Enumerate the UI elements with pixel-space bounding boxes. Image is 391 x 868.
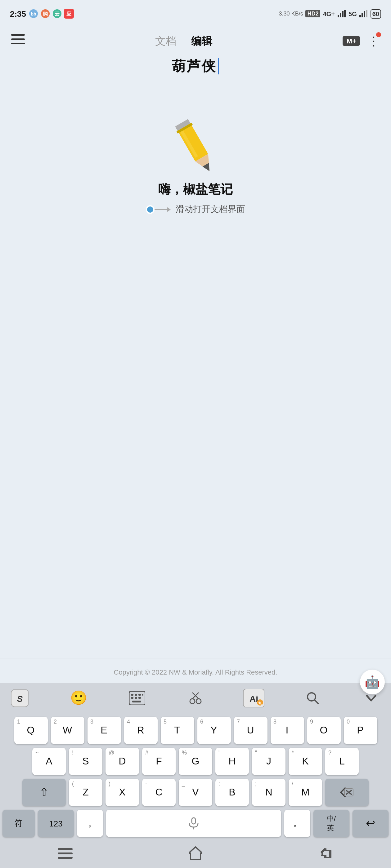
key-h[interactable]: "H: [215, 748, 249, 775]
more-button[interactable]: ⋮: [367, 33, 380, 49]
slide-arrow-icon: [146, 205, 171, 214]
key-v[interactable]: _V: [179, 779, 212, 806]
system-menu-icon: [58, 848, 73, 859]
svg-rect-32: [142, 694, 143, 695]
key-symbol[interactable]: 符: [2, 810, 35, 837]
key-n[interactable]: ;N: [252, 779, 285, 806]
svg-rect-29: [131, 694, 133, 695]
back-button[interactable]: [318, 846, 333, 863]
key-b[interactable]: :B: [215, 779, 249, 806]
svg-rect-14: [364, 11, 365, 18]
menu-button[interactable]: [11, 34, 25, 48]
svg-rect-52: [58, 848, 73, 850]
tab-edit[interactable]: 编辑: [191, 34, 212, 48]
system-menu-button[interactable]: [58, 847, 73, 863]
keyboard-layout-button[interactable]: [124, 687, 149, 709]
md-badge-label: M+: [346, 37, 356, 44]
home-button[interactable]: [189, 845, 202, 864]
tab-document[interactable]: 文档: [155, 34, 176, 48]
app-wrapper: 2:35 bb 购 云 应 3.30 KB/s HD2 4G+ 5G: [0, 0, 391, 868]
key-backspace[interactable]: [325, 779, 369, 806]
hd-badge: HD2: [306, 10, 320, 18]
key-z[interactable]: (Z: [69, 779, 103, 806]
key-k[interactable]: *K: [288, 748, 322, 775]
battery-indicator: 60: [370, 9, 381, 18]
key-o[interactable]: 9O: [307, 717, 340, 744]
svg-point-37: [190, 699, 195, 704]
key-j[interactable]: "J: [252, 748, 285, 775]
back-icon: [318, 846, 333, 860]
slide-dot: [146, 205, 155, 214]
key-g[interactable]: %G: [179, 748, 212, 775]
pencil-illustration: [165, 113, 226, 181]
bottom-nav-bar: [0, 841, 391, 868]
svg-rect-34: [134, 697, 137, 699]
sogou-button[interactable]: S: [7, 687, 32, 709]
app-icon-2: 购: [40, 9, 50, 19]
key-x[interactable]: )X: [106, 779, 139, 806]
key-u[interactable]: 7U: [234, 717, 267, 744]
key-w[interactable]: 2W: [51, 717, 84, 744]
4g-indicator: 4G+: [323, 10, 335, 17]
hamburger-icon: [11, 34, 25, 45]
home-icon: [189, 845, 202, 860]
key-space[interactable]: [106, 810, 281, 837]
key-q[interactable]: 1Q: [14, 717, 48, 744]
svg-rect-18: [11, 42, 25, 44]
key-a[interactable]: ~A: [32, 748, 66, 775]
keyboard-toolbar: 🤖 S 🙂: [0, 683, 391, 713]
ai-button[interactable]: Ai ✎: [242, 687, 267, 709]
svg-rect-54: [58, 857, 73, 858]
key-123[interactable]: 123: [38, 810, 74, 837]
key-period[interactable]: 。: [284, 810, 310, 837]
content-spacer: [0, 227, 391, 658]
key-t[interactable]: 5T: [161, 717, 194, 744]
illustration-area: 嗨，椒盐笔记 滑动打开文档界面: [0, 94, 391, 227]
svg-text:购: 购: [43, 11, 48, 17]
svg-rect-19: [11, 34, 15, 35]
time-display: 2:35: [10, 9, 26, 18]
key-f[interactable]: #F: [142, 748, 176, 775]
md-badge[interactable]: M+: [343, 36, 360, 46]
key-p[interactable]: 0P: [343, 717, 377, 744]
microphone-icon: [188, 817, 200, 830]
robot-icon: 🤖: [365, 675, 380, 689]
key-lang[interactable]: 中/英: [313, 810, 350, 837]
nav-tabs: 文档 编辑: [155, 34, 212, 48]
key-d[interactable]: @D: [106, 748, 139, 775]
svg-rect-36: [132, 701, 141, 703]
svg-marker-55: [189, 847, 202, 859]
key-l[interactable]: ?L: [325, 748, 359, 775]
search-button[interactable]: [300, 687, 325, 709]
svg-text:S: S: [17, 694, 23, 704]
key-comma[interactable]: ,: [77, 810, 103, 837]
arrow-line: [155, 209, 167, 210]
notification-dot: [376, 32, 381, 37]
keyboard-row-4: 符 123 , 。 中/英 ↩: [2, 810, 389, 837]
svg-text:bb: bb: [31, 11, 36, 17]
key-r[interactable]: 4R: [124, 717, 157, 744]
key-i[interactable]: 8I: [270, 717, 304, 744]
key-shift[interactable]: ⇧: [22, 779, 66, 806]
slide-hint-text: 滑动打开文档界面: [176, 204, 245, 215]
svg-rect-15: [366, 10, 367, 18]
key-s[interactable]: !S: [69, 748, 103, 775]
key-y[interactable]: 6Y: [197, 717, 230, 744]
scissors-button[interactable]: [183, 687, 208, 709]
network-speed: 3.30 KB/s: [279, 10, 303, 17]
key-e[interactable]: 3E: [87, 717, 121, 744]
key-enter[interactable]: ↩: [353, 810, 389, 837]
robot-button[interactable]: 🤖: [360, 670, 385, 694]
signal-4g-icon: [337, 10, 346, 18]
document-title[interactable]: 葫芦侠: [172, 57, 217, 75]
status-bar: 2:35 bb 购 云 应 3.30 KB/s HD2 4G+ 5G: [0, 0, 391, 25]
5g-indicator: 5G: [348, 10, 357, 17]
key-m[interactable]: /M: [288, 779, 322, 806]
status-time: 2:35 bb 购 云 应: [10, 9, 74, 19]
status-right-icons: 3.30 KB/s HD2 4G+ 5G 60: [279, 9, 381, 18]
svg-rect-11: [344, 10, 345, 18]
keyboard-row-1: 1Q 2W 3E 4R 5T 6Y 7U 8I 9O 0P: [2, 717, 389, 744]
svg-rect-13: [362, 13, 363, 18]
emoji-button[interactable]: 🙂: [66, 687, 91, 709]
key-c[interactable]: -C: [142, 779, 176, 806]
